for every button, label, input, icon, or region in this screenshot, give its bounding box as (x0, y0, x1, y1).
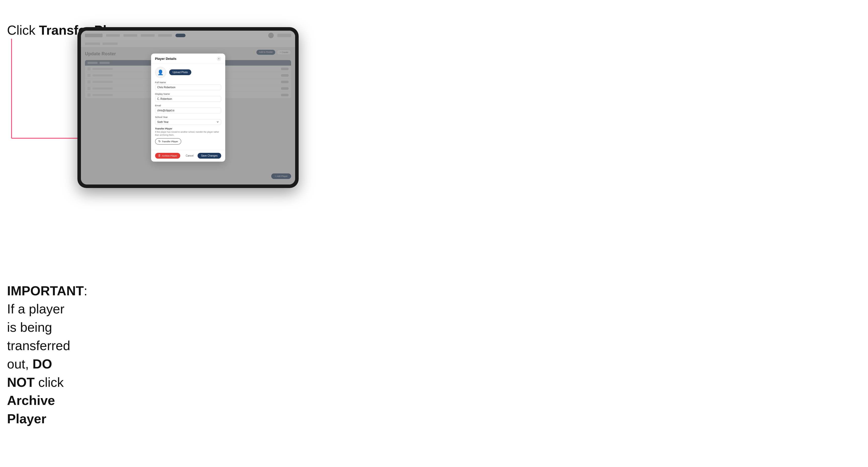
archive-label: Archive Player (162, 154, 177, 157)
upload-photo-button[interactable]: Upload Photo (169, 69, 191, 75)
modal-close-button[interactable]: × (217, 57, 221, 61)
avatar-circle: 👤 (155, 67, 166, 78)
email-group: Email (155, 104, 221, 113)
transfer-player-section: Transfer Player If this player has moved… (155, 127, 221, 145)
school-year-label: School Year (155, 116, 221, 118)
archive-player-button[interactable]: 🗄 Archive Player (155, 153, 180, 159)
tablet-screen: Update Roster (81, 31, 295, 185)
modal-header: Player Details × (151, 54, 225, 64)
close-icon: × (218, 57, 220, 60)
modal-title: Player Details (155, 57, 177, 61)
transfer-section-label: Transfer Player (155, 127, 221, 130)
avatar-upload-row: 👤 Upload Photo (155, 67, 221, 78)
player-details-modal: Player Details × 👤 Upload Photo (151, 54, 225, 162)
tablet-device: Update Roster (78, 27, 299, 188)
transfer-player-label: Transfer Player (162, 140, 178, 143)
transfer-section-description: If this player has moved to another scho… (155, 131, 221, 137)
instruction-bottom: IMPORTANT: If a player is being transfer… (7, 282, 78, 428)
modal-body: 👤 Upload Photo Full Name Display Name (151, 64, 225, 150)
display-name-input[interactable] (155, 96, 221, 102)
person-icon: 👤 (157, 69, 164, 75)
modal-footer: 🗄 Archive Player Cancel Save Changes (151, 150, 225, 162)
cancel-button[interactable]: Cancel (184, 153, 195, 159)
email-input[interactable] (155, 107, 221, 113)
full-name-label: Full Name (155, 81, 221, 84)
transfer-player-button[interactable]: ↻ Transfer Player (155, 138, 182, 145)
instruction-top-text: Click (7, 23, 39, 37)
display-name-group: Display Name (155, 93, 221, 102)
transfer-icon: ↻ (158, 140, 161, 143)
modal-overlay: Player Details × 👤 Upload Photo (81, 31, 295, 185)
archive-icon: 🗄 (158, 154, 161, 157)
email-label: Email (155, 104, 221, 107)
save-changes-button[interactable]: Save Changes (197, 153, 221, 159)
school-year-group: School Year Sixth Year (155, 116, 221, 125)
instruction-important: IMPORTANT (7, 283, 84, 298)
display-name-label: Display Name (155, 93, 221, 95)
instruction-archive: Archive Player (7, 393, 55, 426)
instruction-click: click (35, 375, 64, 390)
full-name-group: Full Name (155, 81, 221, 90)
full-name-input[interactable] (155, 85, 221, 90)
school-year-select[interactable]: Sixth Year (155, 119, 221, 125)
